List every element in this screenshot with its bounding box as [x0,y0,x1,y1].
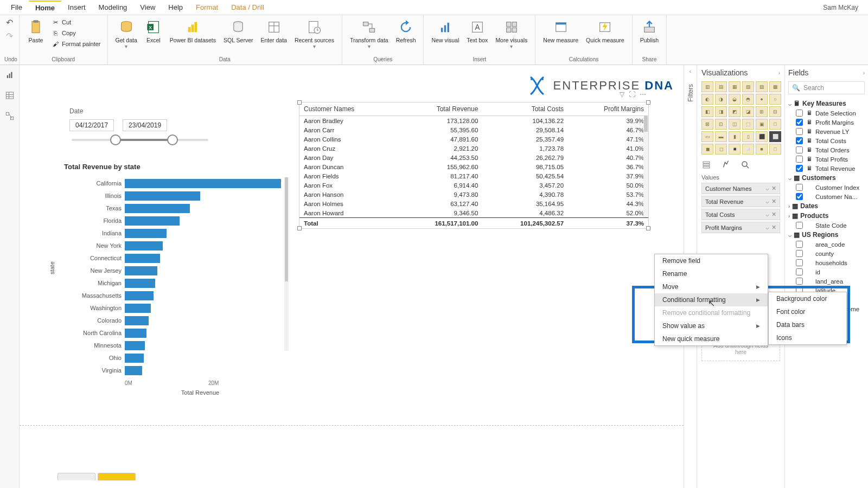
filter-icon[interactable]: ▽ [620,91,624,98]
bar-row[interactable]: Michigan [64,277,281,289]
field-checkbox[interactable] [796,128,803,135]
slicer-from[interactable]: 04/12/2017 [69,119,114,131]
chevron-down-icon[interactable]: ⌵ [765,185,769,192]
viz-type-button[interactable]: ◼ [701,144,713,155]
field-item[interactable]: Customer Index [788,183,865,192]
tab-insert[interactable]: Insert [61,1,92,14]
get-data-button[interactable]: Get data▾ [112,17,141,50]
copy-button[interactable]: ⎘Copy [49,28,103,38]
bar-row[interactable]: Minnesota [64,339,281,351]
viz-type-button[interactable]: ▨ [756,81,768,92]
field-checkbox[interactable] [796,165,803,172]
page-tabs[interactable] [58,473,136,480]
field-table-header[interactable]: ⌵▦US Regions [788,230,865,240]
bar-row[interactable]: Colorado [64,314,281,326]
viz-type-button[interactable]: ⊠ [701,119,713,130]
format-tab-icon[interactable] [721,160,731,170]
viz-type-button[interactable]: ▦ [729,81,741,92]
viz-type-button[interactable]: ◐ [701,94,713,105]
menu-remove-field[interactable]: Remove field [655,254,768,267]
table-row[interactable]: Aaron Carr55,395.6029,508.1446.7% [299,125,648,134]
chevron-down-icon[interactable]: ⌵ [765,198,769,205]
table-row[interactable]: Aaron Bradley173,128.00104,136.2239.9% [299,116,648,126]
field-table-header[interactable]: ⌵▦Customers [788,173,865,183]
menu-font-color[interactable]: Font color [769,305,866,318]
col-margin[interactable]: Profit Margins [568,102,648,116]
bar-row[interactable]: Washington [64,302,281,314]
field-checkbox[interactable] [796,184,803,191]
fields-tab-icon[interactable] [701,160,711,170]
viz-type-button[interactable]: ◪ [742,106,754,117]
slider-handle-right[interactable] [167,134,178,145]
col-revenue[interactable]: Total Revenue [397,102,483,116]
menu-data-bars[interactable]: Data bars [769,318,866,331]
page-tab-active[interactable] [98,473,136,480]
tab-modeling[interactable]: Modeling [92,1,134,14]
field-checkbox[interactable] [796,119,803,126]
analytics-tab-icon[interactable] [741,160,750,170]
date-slicer[interactable]: Date 04/12/2017 23/04/2019 [69,107,210,149]
table-row[interactable]: Aaron Fox6,914.403,457.2050.0% [299,181,648,190]
collapse-viz-icon[interactable]: › [778,70,780,76]
bar-chart[interactable]: Total Revenue by state state CaliforniaI… [64,163,288,401]
viz-type-button[interactable]: ◒ [729,94,741,105]
viz-type-button[interactable]: ▮ [729,131,741,142]
slider-handle-left[interactable] [110,134,121,145]
field-item[interactable]: 🖩Total Profits [788,155,865,164]
viz-type-button[interactable]: ● [756,94,768,105]
page-tab[interactable] [58,473,95,480]
viz-type-button[interactable]: ▯ [742,131,754,142]
excel-button[interactable]: XExcel [142,17,165,44]
viz-type-button[interactable]: ⬚ [742,119,754,130]
slider-track[interactable] [72,139,208,141]
bar-row[interactable]: Connecticut [64,252,281,264]
field-checkbox[interactable] [796,268,803,275]
field-item[interactable]: Customer Na... [788,192,865,201]
viz-type-button[interactable]: ▭ [701,131,713,142]
data-view-icon[interactable] [3,89,16,102]
expand-filters-icon[interactable]: ‹ [690,68,691,74]
field-table-header[interactable]: ›▦Products [788,211,865,221]
bar-row[interactable]: Illinois [64,190,281,202]
field-item[interactable]: households [788,258,865,267]
viz-type-button[interactable]: ⊞ [756,106,768,117]
table-scrollbar[interactable] [643,115,648,217]
field-item[interactable]: id [788,267,865,277]
tab-view[interactable]: View [133,1,162,14]
bar-row[interactable]: Texas [64,202,281,214]
field-item[interactable]: 🖩Total Costs [788,136,865,145]
viz-type-button[interactable]: ◩ [729,106,741,117]
focus-icon[interactable]: ⛶ [629,91,635,98]
collapse-fields-icon[interactable]: › [863,70,865,76]
table-row[interactable]: Aaron Collins47,891.6025,357.4947.1% [299,134,648,144]
chart-scrollbar[interactable] [284,177,289,351]
field-checkbox[interactable] [796,137,803,144]
viz-type-button[interactable]: ◫ [729,119,741,130]
viz-type-button[interactable]: ▬ [715,131,727,142]
bar-row[interactable]: Ohio [64,352,281,364]
field-item[interactable]: 🖩Date Selection [788,108,865,118]
slicer-to[interactable]: 23/04/2019 [123,119,167,131]
col-costs[interactable]: Total Costs [482,102,568,116]
field-item[interactable]: 🖩Total Orders [788,145,865,155]
chevron-down-icon[interactable]: ⌵ [765,224,769,231]
viz-type-button[interactable]: □ [769,119,781,130]
viz-type-button[interactable]: ⬜ [769,131,781,142]
transform-data-button[interactable]: Transform data▾ [347,17,392,50]
menu-rename[interactable]: Rename [655,267,768,280]
bar-row[interactable]: California [64,177,281,189]
report-view-icon[interactable] [3,68,16,81]
viz-type-button[interactable]: ⬛ [756,131,768,142]
field-item[interactable]: land_area [788,277,865,286]
table-row[interactable]: Aaron Duncan155,962.6098,715.0536.7% [299,162,648,171]
paste-button[interactable]: Paste [24,17,48,44]
sql-button[interactable]: SQL Server [220,17,256,44]
viz-type-button[interactable]: ▧ [742,81,754,92]
field-checkbox[interactable] [796,241,803,248]
remove-icon[interactable]: ✕ [771,185,776,192]
field-checkbox[interactable] [796,278,803,285]
table-row[interactable]: Aaron Fields81,217.4050,425.5437.9% [299,171,648,181]
report-canvas[interactable]: ENTERPRISE DNA Date 04/12/2017 23/04/201… [20,65,684,480]
refresh-button[interactable]: Refresh [393,17,419,44]
field-well[interactable]: Total Revenue⌵✕ [701,196,780,207]
